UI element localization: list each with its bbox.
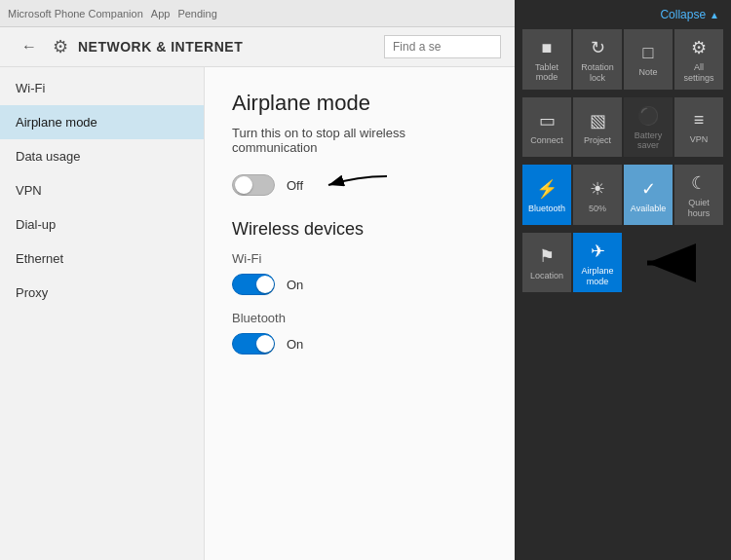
ac-tile-all-settings[interactable]: ⚙ All settings: [674, 29, 723, 90]
sidebar-item-dialup[interactable]: Dial-up: [0, 207, 204, 242]
arrow-annotation: [319, 170, 397, 200]
ac-label-vpn: VPN: [690, 134, 709, 145]
ac-tile-note[interactable]: □ Note: [624, 29, 673, 90]
bluetooth-toggle[interactable]: [232, 333, 275, 355]
wireless-devices-title: Wireless devices: [232, 219, 489, 240]
ac-label-available: Available: [631, 204, 666, 214]
project-icon: ▧: [590, 110, 606, 131]
big-arrow-container: [624, 233, 723, 293]
wifi-toggle-row: On: [232, 274, 489, 295]
airplane-mode-icon: ✈: [591, 241, 605, 262]
rotation-lock-icon: ↻: [591, 37, 605, 58]
ac-tile-available[interactable]: ✓ Available: [624, 165, 673, 225]
quiet-hours-icon: ☾: [691, 172, 707, 194]
ac-tile-brightness[interactable]: ☀ 50%: [573, 165, 622, 225]
ac-spacer: [515, 296, 731, 560]
sidebar-item-wifi[interactable]: Wi-Fi: [0, 71, 204, 105]
ac-tile-location[interactable]: ⚑ Location: [522, 233, 571, 293]
sidebar-item-ethernet[interactable]: Ethernet: [0, 242, 204, 276]
bluetooth-toggle-row: On: [232, 333, 489, 355]
ac-tile-quiet-hours[interactable]: ☾ Quiet hours: [674, 165, 723, 225]
bluetooth-label: Bluetooth: [232, 311, 489, 325]
page-title: NETWORK & INTERNET: [78, 39, 243, 55]
note-icon: □: [643, 43, 654, 63]
search-box: [384, 35, 501, 58]
ac-label-battery-saver: Battery saver: [628, 131, 669, 152]
big-arrow-annotation: [639, 239, 708, 287]
brightness-icon: ☀: [590, 178, 605, 200]
wifi-label: Wi-Fi: [232, 251, 489, 266]
collapse-label: Collapse: [660, 8, 706, 21]
gear-icon: ⚙: [691, 37, 707, 58]
bluetooth-row: Bluetooth On: [232, 311, 489, 355]
ac-label-tablet-mode: Tablet mode: [526, 62, 567, 84]
ac-label-project: Project: [584, 135, 611, 146]
ac-tile-connect[interactable]: ▭ Connect: [522, 97, 571, 158]
bluetooth-icon: ⚡: [536, 178, 558, 200]
sidebar-item-vpn[interactable]: VPN: [0, 173, 204, 207]
title-app3: Pending: [177, 8, 216, 19]
tablet-mode-icon: ■: [542, 38, 553, 58]
ac-tile-battery-saver[interactable]: ⚫ Battery saver: [624, 97, 673, 158]
ac-grid-row1: ■ Tablet mode ↻ Rotation lock □ Note ⚙ A…: [515, 25, 731, 93]
back-button[interactable]: ←: [16, 36, 43, 57]
collapse-button[interactable]: Collapse ▲: [660, 8, 719, 21]
ac-header: Collapse ▲: [515, 0, 731, 25]
airplane-toggle-label: Off: [287, 178, 303, 193]
wifi-row: Wi-Fi On: [232, 251, 489, 295]
connect-icon: ▭: [539, 110, 556, 131]
vpn-icon: ≡: [694, 110, 705, 131]
settings-window: Microsoft Phone Companion App Pending ← …: [0, 0, 517, 560]
ac-label-bluetooth: Bluetooth: [528, 204, 565, 214]
action-center: Collapse ▲ ■ Tablet mode ↻ Rotation lock…: [515, 0, 731, 560]
title-bar: Microsoft Phone Companion App Pending: [0, 0, 517, 27]
battery-saver-icon: ⚫: [637, 105, 659, 127]
wifi-toggle-label: On: [287, 278, 303, 292]
location-icon: ⚑: [539, 245, 555, 267]
ac-tile-vpn[interactable]: ≡ VPN: [674, 97, 723, 158]
ac-label-location: Location: [530, 271, 563, 281]
ac-grid-row4: ⚑ Location ✈ Airplane mode: [515, 229, 731, 297]
settings-header: ← ⚙ NETWORK & INTERNET: [0, 27, 517, 67]
wifi-toggle[interactable]: [232, 274, 275, 295]
ac-tile-tablet-mode[interactable]: ■ Tablet mode: [522, 29, 571, 90]
airplane-toggle-row: Off: [232, 170, 489, 200]
chevron-up-icon: ▲: [710, 10, 719, 20]
ac-tile-airplane-mode[interactable]: ✈ Airplane mode: [573, 233, 622, 293]
ac-tile-project[interactable]: ▧ Project: [573, 97, 622, 158]
ac-label-quiet-hours: Quiet hours: [678, 198, 719, 219]
main-panel: Airplane mode Turn this on to stop all w…: [205, 67, 517, 560]
sidebar: Wi-Fi Airplane mode Data usage VPN Dial-…: [0, 67, 205, 560]
ac-tile-bluetooth[interactable]: ⚡ Bluetooth: [522, 165, 571, 225]
airplane-mode-toggle[interactable]: [232, 174, 275, 196]
search-input[interactable]: [384, 35, 501, 58]
ac-label-brightness: 50%: [589, 204, 606, 214]
ac-label-airplane-mode: Airplane mode: [577, 266, 618, 287]
content-area: Wi-Fi Airplane mode Data usage VPN Dial-…: [0, 67, 517, 560]
title-app1: Microsoft Phone Companion: [8, 8, 143, 19]
airplane-mode-title: Airplane mode: [232, 91, 489, 116]
ac-label-all-settings: All settings: [678, 62, 719, 84]
bluetooth-toggle-label: On: [287, 337, 303, 352]
airplane-mode-description: Turn this on to stop all wireless commun…: [232, 126, 489, 155]
ac-label-rotation-lock: Rotation lock: [577, 62, 618, 84]
title-app2: App: [151, 8, 171, 19]
available-icon: ✓: [641, 178, 656, 200]
ac-grid-row3: ⚡ Bluetooth ☀ 50% ✓ Available ☾ Quiet ho…: [515, 161, 731, 229]
ac-grid-row2: ▭ Connect ▧ Project ⚫ Battery saver ≡ VP…: [515, 93, 731, 162]
sidebar-item-data-usage[interactable]: Data usage: [0, 139, 204, 173]
ac-label-note: Note: [638, 67, 657, 78]
sidebar-item-airplane-mode[interactable]: Airplane mode: [0, 105, 204, 139]
ac-label-connect: Connect: [530, 135, 563, 146]
sidebar-item-proxy[interactable]: Proxy: [0, 276, 204, 310]
ac-tile-rotation-lock[interactable]: ↻ Rotation lock: [573, 29, 622, 90]
settings-gear-icon: ⚙: [53, 36, 68, 57]
